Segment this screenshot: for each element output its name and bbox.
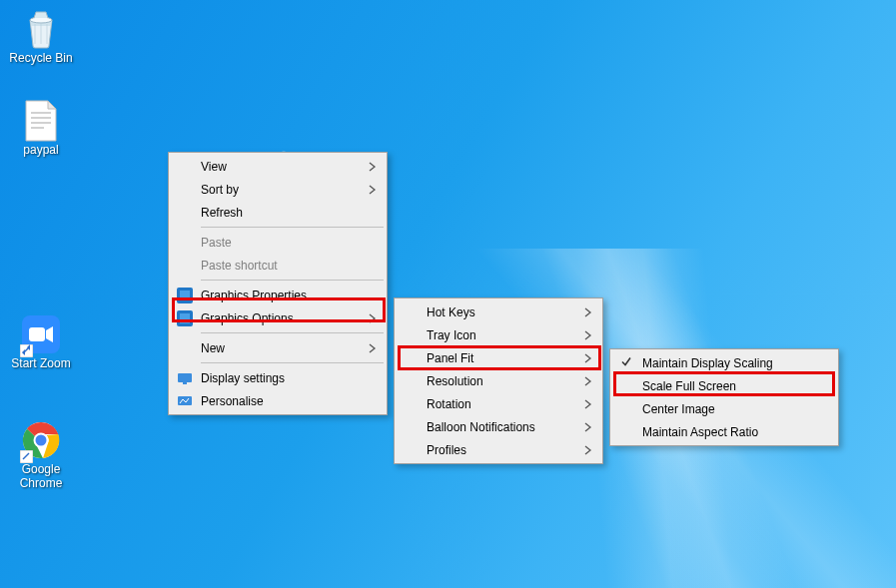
menu-label: Scale Full Screen [642,379,736,393]
svg-point-10 [36,435,47,446]
menu-label: Display settings [201,371,285,385]
menu-label: New [201,341,225,355]
chevron-right-icon [369,343,377,353]
desktop-context-menu: View Sort by Refresh Paste Paste shortcu… [168,152,388,415]
menu-item-sort-by[interactable]: Sort by [171,178,385,201]
menu-separator [201,332,384,333]
chevron-right-icon [584,376,592,386]
menu-label: Balloon Notifications [427,420,535,434]
chevron-right-icon [584,330,592,340]
menu-item-panel-fit[interactable]: Panel Fit [397,346,600,369]
menu-label: Sort by [201,183,239,197]
menu-label: Profiles [427,443,466,457]
menu-item-refresh[interactable]: Refresh [171,201,385,224]
desktop-icon-chrome[interactable]: Google Chrome [4,419,78,491]
menu-label: Hot Keys [427,305,475,319]
recycle-bin-icon [20,8,62,50]
menu-item-graphics-options[interactable]: Graphics Options [171,306,385,329]
menu-label: Personalise [201,394,264,408]
menu-separator [201,227,384,228]
menu-label: Resolution [427,374,483,388]
chevron-right-icon [584,399,592,409]
menu-label: View [201,160,227,174]
icon-label: Google Chrome [4,463,78,491]
svg-rect-11 [20,450,33,463]
menu-label: Maintain Aspect Ratio [642,425,758,439]
menu-separator [201,362,384,363]
menu-label: Paste [201,236,232,250]
svg-rect-18 [183,382,187,384]
chevron-right-icon [369,313,377,323]
svg-rect-14 [180,291,190,300]
menu-label: Maintain Display Scaling [642,356,773,370]
svg-rect-17 [178,373,192,382]
menu-item-maintain-aspect-ratio[interactable]: Maintain Aspect Ratio [612,420,836,443]
display-settings-icon [177,370,193,386]
desktop-icon-zoom[interactable]: Start Zoom [4,313,78,371]
menu-item-paste-shortcut: Paste shortcut [171,254,385,277]
menu-label: Center Image [642,402,715,416]
menu-item-scale-full-screen[interactable]: Scale Full Screen [612,374,836,397]
menu-item-new[interactable]: New [171,336,385,359]
intel-graphics-icon [177,310,193,326]
menu-label: Refresh [201,206,243,220]
menu-item-maintain-display-scaling[interactable]: Maintain Display Scaling [612,351,836,374]
chrome-icon [20,419,62,461]
menu-label: Paste shortcut [201,259,278,273]
chevron-right-icon [584,307,592,317]
icon-label: Recycle Bin [4,52,78,66]
panel-fit-submenu: Maintain Display Scaling Scale Full Scre… [609,348,839,446]
text-file-icon [20,100,62,142]
menu-item-paste: Paste [171,231,385,254]
menu-item-view[interactable]: View [171,155,385,178]
menu-item-graphics-properties[interactable]: Graphics Properties... [171,284,385,306]
chevron-right-icon [584,422,592,432]
desktop-icon-paypal[interactable]: paypal [4,100,78,158]
menu-item-center-image[interactable]: Center Image [612,397,836,420]
menu-item-display-settings[interactable]: Display settings [171,366,385,389]
personalise-icon [177,393,193,409]
menu-item-resolution[interactable]: Resolution [397,369,600,392]
menu-item-profiles[interactable]: Profiles [397,438,600,461]
chevron-right-icon [369,162,377,172]
check-icon [620,355,632,370]
menu-label: Graphics Options [201,311,294,325]
menu-label: Rotation [427,397,471,411]
icon-label: Start Zoom [4,357,78,371]
svg-rect-16 [180,313,190,323]
intel-graphics-icon [177,288,193,303]
desktop-icon-recycle-bin[interactable]: Recycle Bin [4,8,78,66]
svg-rect-7 [20,344,33,357]
zoom-icon [20,313,62,355]
svg-rect-6 [29,327,45,341]
chevron-right-icon [584,353,592,363]
menu-item-tray-icon[interactable]: Tray Icon [397,323,600,346]
menu-item-hot-keys[interactable]: Hot Keys [397,300,600,323]
chevron-right-icon [584,445,592,455]
icon-label: paypal [4,144,78,158]
chevron-right-icon [369,185,377,195]
menu-item-balloon-notifications[interactable]: Balloon Notifications [397,415,600,438]
menu-label: Graphics Properties... [201,289,317,302]
menu-item-rotation[interactable]: Rotation [397,392,600,415]
menu-label: Tray Icon [427,328,476,342]
menu-item-personalise[interactable]: Personalise [171,389,385,412]
menu-label: Panel Fit [427,351,473,365]
menu-separator [201,280,384,281]
graphics-options-submenu: Hot Keys Tray Icon Panel Fit Resolution … [394,297,603,464]
